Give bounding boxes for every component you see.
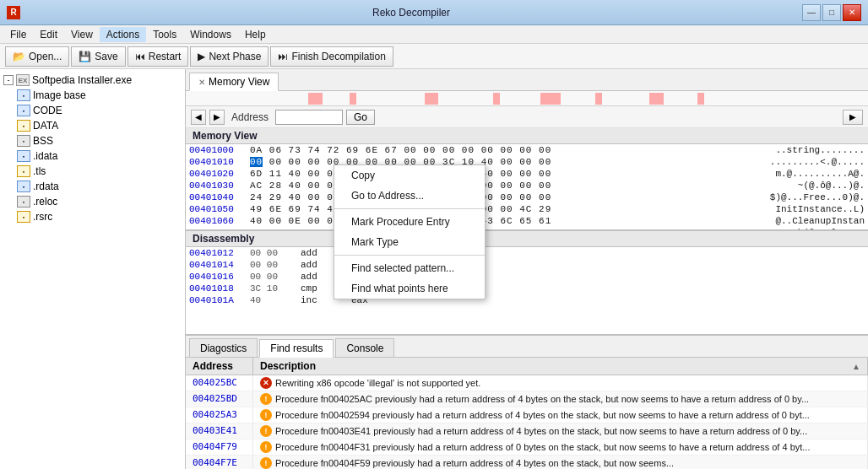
- close-button[interactable]: ✕: [843, 4, 861, 21]
- disasm-row[interactable]: 0040101600 00add[eax],al: [186, 271, 868, 283]
- rdata-icon: ▪: [17, 181, 30, 192]
- sidebar-item-data[interactable]: ▪ DATA: [14, 118, 185, 133]
- hex-row[interactable]: 0040101000 00 00 00 00 00 00 00 00 00 3C…: [186, 156, 868, 168]
- sidebar-item-imagebase[interactable]: ▪ Image base: [14, 88, 185, 103]
- ctx-mark-type[interactable]: Mark Type: [334, 232, 485, 252]
- results-row[interactable]: 00404F7E!Procedure fn00404F59 previously…: [186, 456, 868, 469]
- hex-row[interactable]: 0040105049 6E 69 74 49 6E 73 74 61 6E 63…: [186, 203, 868, 215]
- results-row[interactable]: 004025A3!Procedure fn00402594 previously…: [186, 407, 868, 423]
- hex-row[interactable]: 004010206D 11 40 00 00 00 00 00 00 00 C4…: [186, 168, 868, 180]
- sidebar-item-rsrc[interactable]: ▪ .rsrc: [14, 209, 185, 224]
- menu-view[interactable]: View: [64, 27, 100, 42]
- sidebar-item-reloc[interactable]: ▪ .reloc: [14, 194, 185, 209]
- sidebar-item-idata[interactable]: ▪ .idata: [14, 148, 185, 164]
- result-icon: !: [260, 457, 272, 469]
- hex-bytes: 40 00 0E 00 00 00 73 73 54 79 70 65 43 6…: [250, 216, 763, 226]
- hex-ascii: @..CleanupInstan: [763, 216, 865, 226]
- menu-actions[interactable]: Actions: [100, 27, 146, 42]
- result-icon: !: [260, 441, 272, 453]
- finish-button[interactable]: ⏭ Finish Decompilation: [270, 46, 393, 67]
- result-address: 00403E41: [186, 423, 253, 439]
- restart-icon: ⏮: [135, 51, 145, 62]
- results-row[interactable]: 00404F79!Procedure fn00404F31 previously…: [186, 439, 868, 456]
- menu-file[interactable]: File: [3, 27, 33, 42]
- titlebar-left: R: [7, 6, 20, 19]
- disasm-bytes: 40: [250, 295, 301, 305]
- restart-button[interactable]: ⏮ Restart: [127, 46, 189, 67]
- ctx-find-points[interactable]: Find what points here: [334, 278, 485, 299]
- hex-ascii: InitInstance..L): [763, 204, 865, 214]
- hex-row[interactable]: 0040104024 29 40 00 00 00 00 00 29 40 00…: [186, 191, 868, 203]
- file-tree: - EX Softpedia Installer.exe ▪ Image bas…: [0, 69, 185, 228]
- tls-label: .tls: [33, 165, 46, 177]
- ctx-mark-proc[interactable]: Mark Procedure Entry: [334, 212, 485, 232]
- sidebar-item-tls[interactable]: ▪ .tls: [14, 164, 185, 179]
- results-row[interactable]: 004025BC✕Rewriting x86 opcode 'illegal' …: [186, 375, 868, 391]
- results-rows: 004025BC✕Rewriting x86 opcode 'illegal' …: [186, 375, 868, 469]
- tab-diagnostics[interactable]: Diagostics: [189, 338, 258, 357]
- open-button[interactable]: 📂 Open...: [5, 46, 69, 67]
- disasm-row[interactable]: 0040101400 00add[eax],al: [186, 259, 868, 271]
- save-button[interactable]: 💾 Save: [71, 46, 125, 67]
- nav-right-button[interactable]: ▶: [843, 110, 863, 125]
- go-button[interactable]: Go: [346, 110, 375, 125]
- maximize-button[interactable]: □: [822, 4, 841, 21]
- back-button[interactable]: ◀: [191, 110, 206, 125]
- context-menu: Copy Go to Address... Mark Procedure Ent…: [334, 164, 486, 299]
- idata-icon: ▪: [17, 150, 30, 162]
- result-icon: !: [260, 393, 272, 405]
- hex-address: 00401000: [189, 145, 250, 155]
- split-pane: Memory View 004010000A 06 73 74 72 69 6E…: [186, 128, 868, 334]
- idata-label: .idata: [33, 150, 57, 162]
- disasm-header: Disassembly: [186, 231, 868, 247]
- tab-bar: ✕ Memory View: [186, 69, 868, 91]
- sidebar-item-bss[interactable]: ▪ BSS: [14, 133, 185, 148]
- sidebar-item-rdata[interactable]: ▪ .rdata: [14, 179, 185, 194]
- next-phase-button[interactable]: ▶ Next Phase: [190, 46, 269, 67]
- ctx-goto[interactable]: Go to Address...: [334, 186, 485, 206]
- sort-icon: ▲: [852, 362, 860, 371]
- ctx-copy[interactable]: Copy: [334, 165, 485, 186]
- results-row[interactable]: 004025BD!Procedure fn004025AC previously…: [186, 391, 868, 407]
- result-description: !Procedure fn004025AC previously had a r…: [253, 391, 868, 407]
- tab-memory-view[interactable]: ✕ Memory View: [189, 73, 279, 91]
- results-header: Address Description ▲: [186, 358, 868, 375]
- hex-ascii: m.@..........A@.: [763, 169, 865, 179]
- root-label: Softpedia Installer.exe: [32, 74, 132, 86]
- hex-bytes: 00 00 00 00 00 00 00 00 00 00 3C 10 40 0…: [250, 157, 763, 167]
- sidebar: - EX Softpedia Installer.exe ▪ Image bas…: [0, 69, 186, 469]
- disasm-row[interactable]: 0040101200 00add[eax],al: [186, 247, 868, 259]
- tree-root-item[interactable]: - EX Softpedia Installer.exe: [0, 73, 185, 88]
- results-table: Address Description ▲ 004025BC✕Rewriting…: [186, 358, 868, 469]
- hex-row[interactable]: 0040106040 00 0E 00 00 00 73 73 54 79 70…: [186, 215, 868, 227]
- hex-address: 00401040: [189, 192, 250, 202]
- imagebase-icon: ▪: [17, 89, 30, 101]
- menu-tools[interactable]: Tools: [146, 27, 183, 42]
- disasm-row[interactable]: 004010183C 10cmpal,10: [186, 283, 868, 294]
- tls-icon: ▪: [17, 165, 30, 177]
- tab-close-icon[interactable]: ✕: [198, 78, 205, 87]
- tree-children: ▪ Image base ▪ CODE ▪ DATA ▪ BSS ▪ .id: [14, 88, 185, 224]
- hex-bytes: AC 28 40 00 00 00 11 00 0B 00 00 00 00 0…: [250, 181, 763, 191]
- tab-console[interactable]: Console: [335, 338, 394, 357]
- result-description: ✕Rewriting x86 opcode 'illegal' is not s…: [253, 375, 868, 391]
- results-row[interactable]: 00403E41!Procedure fn00403E41 previously…: [186, 423, 868, 439]
- sidebar-item-code[interactable]: ▪ CODE: [14, 103, 185, 118]
- ctx-find-pattern[interactable]: Find selected pattern...: [334, 258, 485, 278]
- app-title: Reko Decompiler: [20, 7, 802, 19]
- hex-ascii: $)@...Free...0)@.: [763, 192, 865, 202]
- tab-find-results[interactable]: Find results: [259, 339, 334, 358]
- forward-button[interactable]: ▶: [209, 110, 225, 125]
- disasm-row[interactable]: 0040101A40inceax: [186, 294, 868, 306]
- bottom-panel: Diagostics Find results Console Address …: [186, 334, 868, 469]
- minimize-button[interactable]: —: [802, 4, 821, 21]
- menu-windows[interactable]: Windows: [183, 27, 238, 42]
- expand-icon[interactable]: -: [3, 75, 14, 85]
- menu-edit[interactable]: Edit: [33, 27, 64, 42]
- result-description: !Procedure fn00403E41 previously had a r…: [253, 423, 868, 439]
- menu-help[interactable]: Help: [238, 27, 273, 42]
- hex-address: 00401020: [189, 169, 250, 179]
- hex-row[interactable]: 004010000A 06 73 74 72 69 6E 67 00 00 00…: [186, 144, 868, 156]
- hex-row[interactable]: 00401030AC 28 40 00 00 00 11 00 0B 00 00…: [186, 180, 868, 191]
- address-input[interactable]: [275, 110, 343, 125]
